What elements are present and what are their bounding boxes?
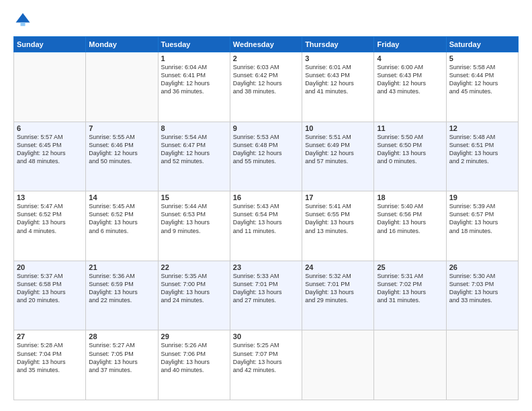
day-number: 17 (305, 193, 371, 201)
day-info: Sunrise: 6:04 AM Sunset: 6:41 PM Dayligh… (161, 63, 227, 96)
day-info: Sunrise: 5:57 AM Sunset: 6:45 PM Dayligh… (17, 133, 83, 166)
calendar-cell: 15Sunrise: 5:44 AM Sunset: 6:53 PM Dayli… (158, 191, 230, 261)
calendar-cell: 26Sunrise: 5:30 AM Sunset: 7:03 PM Dayli… (446, 261, 518, 330)
day-info: Sunrise: 5:35 AM Sunset: 7:00 PM Dayligh… (161, 272, 227, 305)
day-info: Sunrise: 5:58 AM Sunset: 6:44 PM Dayligh… (449, 63, 515, 96)
day-number: 1 (161, 54, 227, 62)
calendar-cell: 30Sunrise: 5:25 AM Sunset: 7:07 PM Dayli… (230, 330, 302, 400)
day-info: Sunrise: 5:36 AM Sunset: 6:59 PM Dayligh… (89, 272, 154, 305)
week-row-1: 1Sunrise: 6:04 AM Sunset: 6:41 PM Daylig… (14, 52, 519, 122)
calendar-cell: 18Sunrise: 5:40 AM Sunset: 6:56 PM Dayli… (374, 191, 446, 261)
week-row-3: 13Sunrise: 5:47 AM Sunset: 6:52 PM Dayli… (14, 191, 519, 261)
day-number: 23 (233, 263, 299, 271)
calendar-cell: 4Sunrise: 6:00 AM Sunset: 6:43 PM Daylig… (374, 52, 446, 122)
day-number: 15 (161, 193, 227, 201)
day-info: Sunrise: 5:45 AM Sunset: 6:52 PM Dayligh… (89, 202, 154, 235)
day-number: 9 (233, 124, 299, 132)
calendar-cell (446, 330, 518, 400)
calendar-cell: 12Sunrise: 5:48 AM Sunset: 6:51 PM Dayli… (446, 122, 518, 191)
logo-icon (13, 11, 32, 30)
day-number: 21 (89, 263, 154, 271)
calendar-cell: 14Sunrise: 5:45 AM Sunset: 6:52 PM Dayli… (86, 191, 158, 261)
calendar-cell: 20Sunrise: 5:37 AM Sunset: 6:58 PM Dayli… (14, 261, 86, 330)
col-header-saturday: Saturday (446, 37, 518, 52)
calendar-cell: 25Sunrise: 5:31 AM Sunset: 7:02 PM Dayli… (374, 261, 446, 330)
day-info: Sunrise: 5:28 AM Sunset: 7:04 PM Dayligh… (17, 341, 83, 374)
calendar-cell: 10Sunrise: 5:51 AM Sunset: 6:49 PM Dayli… (302, 122, 374, 191)
calendar-cell (14, 52, 86, 122)
calendar-cell (86, 52, 158, 122)
day-info: Sunrise: 5:54 AM Sunset: 6:47 PM Dayligh… (161, 133, 227, 166)
day-info: Sunrise: 5:39 AM Sunset: 6:57 PM Dayligh… (449, 202, 515, 235)
day-info: Sunrise: 5:26 AM Sunset: 7:06 PM Dayligh… (161, 341, 227, 374)
calendar-cell: 5Sunrise: 5:58 AM Sunset: 6:44 PM Daylig… (446, 52, 518, 122)
calendar-cell: 11Sunrise: 5:50 AM Sunset: 6:50 PM Dayli… (374, 122, 446, 191)
day-info: Sunrise: 5:37 AM Sunset: 6:58 PM Dayligh… (17, 272, 83, 305)
day-number: 7 (89, 124, 154, 132)
day-info: Sunrise: 5:25 AM Sunset: 7:07 PM Dayligh… (233, 341, 299, 374)
day-number: 10 (305, 124, 371, 132)
day-info: Sunrise: 5:33 AM Sunset: 7:01 PM Dayligh… (233, 272, 299, 305)
calendar-cell: 3Sunrise: 6:01 AM Sunset: 6:43 PM Daylig… (302, 52, 374, 122)
calendar-cell: 28Sunrise: 5:27 AM Sunset: 7:05 PM Dayli… (86, 330, 158, 400)
col-header-tuesday: Tuesday (158, 37, 230, 52)
page: SundayMondayTuesdayWednesdayThursdayFrid… (0, 0, 532, 411)
day-number: 14 (89, 193, 154, 201)
header (13, 11, 519, 30)
day-number: 22 (161, 263, 227, 271)
day-number: 11 (377, 124, 443, 132)
day-number: 16 (233, 193, 299, 201)
calendar-cell: 1Sunrise: 6:04 AM Sunset: 6:41 PM Daylig… (158, 52, 230, 122)
day-number: 6 (17, 124, 83, 132)
svg-marker-0 (16, 13, 30, 23)
calendar-cell: 22Sunrise: 5:35 AM Sunset: 7:00 PM Dayli… (158, 261, 230, 330)
calendar-cell: 23Sunrise: 5:33 AM Sunset: 7:01 PM Dayli… (230, 261, 302, 330)
day-number: 18 (377, 193, 443, 201)
col-header-sunday: Sunday (14, 37, 86, 52)
col-header-friday: Friday (374, 37, 446, 52)
day-info: Sunrise: 5:51 AM Sunset: 6:49 PM Dayligh… (305, 133, 371, 166)
day-number: 12 (449, 124, 515, 132)
calendar-cell: 2Sunrise: 6:03 AM Sunset: 6:42 PM Daylig… (230, 52, 302, 122)
calendar-cell: 7Sunrise: 5:55 AM Sunset: 6:46 PM Daylig… (86, 122, 158, 191)
day-number: 24 (305, 263, 371, 271)
day-number: 25 (377, 263, 443, 271)
day-number: 29 (161, 332, 227, 340)
day-number: 27 (17, 332, 83, 340)
day-info: Sunrise: 5:47 AM Sunset: 6:52 PM Dayligh… (17, 202, 83, 235)
day-info: Sunrise: 6:03 AM Sunset: 6:42 PM Dayligh… (233, 63, 299, 96)
calendar-cell: 27Sunrise: 5:28 AM Sunset: 7:04 PM Dayli… (14, 330, 86, 400)
col-header-thursday: Thursday (302, 37, 374, 52)
col-header-monday: Monday (86, 37, 158, 52)
day-info: Sunrise: 5:55 AM Sunset: 6:46 PM Dayligh… (89, 133, 154, 166)
calendar-cell: 19Sunrise: 5:39 AM Sunset: 6:57 PM Dayli… (446, 191, 518, 261)
calendar-cell: 13Sunrise: 5:47 AM Sunset: 6:52 PM Dayli… (14, 191, 86, 261)
calendar-cell: 8Sunrise: 5:54 AM Sunset: 6:47 PM Daylig… (158, 122, 230, 191)
day-info: Sunrise: 5:43 AM Sunset: 6:54 PM Dayligh… (233, 202, 299, 235)
day-info: Sunrise: 5:53 AM Sunset: 6:48 PM Dayligh… (233, 133, 299, 166)
week-row-5: 27Sunrise: 5:28 AM Sunset: 7:04 PM Dayli… (14, 330, 519, 400)
day-info: Sunrise: 6:01 AM Sunset: 6:43 PM Dayligh… (305, 63, 371, 96)
day-info: Sunrise: 5:40 AM Sunset: 6:56 PM Dayligh… (377, 202, 443, 235)
day-number: 28 (89, 332, 154, 340)
calendar-cell: 29Sunrise: 5:26 AM Sunset: 7:06 PM Dayli… (158, 330, 230, 400)
calendar-cell: 21Sunrise: 5:36 AM Sunset: 6:59 PM Dayli… (86, 261, 158, 330)
day-info: Sunrise: 5:27 AM Sunset: 7:05 PM Dayligh… (89, 341, 154, 374)
day-number: 30 (233, 332, 299, 340)
day-number: 19 (449, 193, 515, 201)
day-info: Sunrise: 5:41 AM Sunset: 6:55 PM Dayligh… (305, 202, 371, 235)
day-number: 2 (233, 54, 299, 62)
day-info: Sunrise: 5:30 AM Sunset: 7:03 PM Dayligh… (449, 272, 515, 305)
calendar-cell: 9Sunrise: 5:53 AM Sunset: 6:48 PM Daylig… (230, 122, 302, 191)
calendar-cell (302, 330, 374, 400)
day-info: Sunrise: 5:44 AM Sunset: 6:53 PM Dayligh… (161, 202, 227, 235)
day-info: Sunrise: 5:50 AM Sunset: 6:50 PM Dayligh… (377, 133, 443, 166)
logo (13, 11, 35, 30)
day-number: 26 (449, 263, 515, 271)
day-info: Sunrise: 6:00 AM Sunset: 6:43 PM Dayligh… (377, 63, 443, 96)
calendar-cell (374, 330, 446, 400)
col-header-wednesday: Wednesday (230, 37, 302, 52)
day-number: 5 (449, 54, 515, 62)
week-row-4: 20Sunrise: 5:37 AM Sunset: 6:58 PM Dayli… (14, 261, 519, 330)
day-number: 3 (305, 54, 371, 62)
